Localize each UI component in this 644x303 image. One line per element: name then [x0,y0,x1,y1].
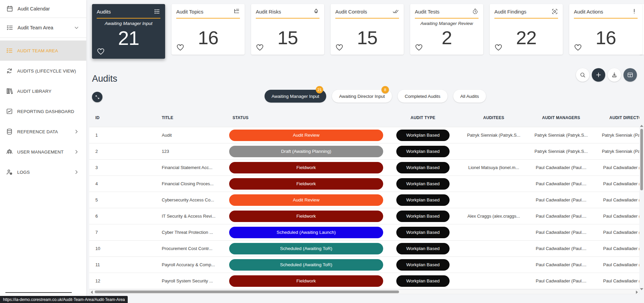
audit-type-badge: Workplan Based [396,162,450,173]
double-check-icon [392,8,399,15]
sidebar-item-audit-calendar[interactable]: Audit Calendar [0,0,86,18]
table-row-7[interactable]: 7 Cyber Threat Protection ... Scheduled … [89,224,639,241]
cell-title: Audit [153,133,229,138]
card-count: 22 [494,28,558,47]
search-button[interactable] [576,68,589,82]
cell-audit-managers: Patryk Sienniak (Patryk.S... [527,133,595,138]
favorite-heart-icon[interactable] [176,43,185,52]
cell-audit-managers: Paul Cadwallader (Paul.... [527,165,595,170]
card-count: 16 [176,28,240,47]
table-row-5[interactable]: 5 Cybersecurity Access Co... Audit Revie… [89,192,639,208]
column-header-status[interactable]: STATUS [229,115,386,120]
card-audit-findings[interactable]: Audit Findings 22 [490,4,563,55]
vertical-scrollbar[interactable] [639,124,644,291]
cell-audit-managers: Paul Cadwallader (Paul.... [527,278,595,283]
card-accent-underline [415,18,479,19]
status-badge: Audit Review [229,130,383,141]
table-row-12[interactable]: 12 Payroll System Security ... Fieldwork… [89,273,639,289]
scroll-down-arrow-icon[interactable] [640,288,643,290]
table-row-4[interactable]: 4 Financial Closing Proces... Fieldwork … [89,176,639,192]
horizontal-scrollbar[interactable] [89,290,639,294]
cell-id: 5 [89,197,153,202]
sidebar-item-audit-library[interactable]: AUDIT LIBRARY [0,81,86,101]
scroll-left-arrow-icon[interactable] [91,291,93,294]
status-badge: Audit Review [229,194,383,206]
add-button[interactable] [592,68,605,82]
chevron-right-icon [73,149,80,155]
table-row-1[interactable]: 1 Audit Audit Review Workplan Based Patr… [89,127,639,143]
column-header-auditees[interactable]: AUDITEES [460,115,527,120]
sidebar-item-reference-data[interactable]: REFERENCE DATA [0,121,86,142]
card-audit-controls[interactable]: Audit Controls 15 [331,4,404,55]
download-button[interactable] [608,68,621,82]
scroll-up-arrow-icon[interactable] [640,125,643,127]
cell-title: Procurement Cost Contr... [153,246,229,251]
card-audits[interactable]: Audits Awaiting Manager Input 21 [92,4,165,59]
column-header-audit-managers[interactable]: AUDIT MANAGERS [527,115,595,120]
favorite-heart-icon[interactable] [574,43,582,52]
page-title: Audits [92,74,117,84]
cell-audit-directors: Paul Cadwallader (Paul.... [595,230,639,235]
sidebar-item-user-management[interactable]: USER MANAGEMENT [0,142,86,162]
status-badge: Scheduled (Awaiting ToR) [229,259,383,271]
cell-audit-managers: Paul Cadwallader (Paul.... [527,246,595,251]
card-audit-tests[interactable]: Audit Tests Awaiting Manager Review 2 [410,4,483,55]
table-row-3[interactable]: 3 Financial Statement Acc... Fieldwork W… [89,160,639,176]
card-audit-topics[interactable]: Audit Topics 16 [172,4,245,55]
table-body: 1 Audit Audit Review Workplan Based Patr… [89,127,639,289]
count-badge: 21 [316,86,323,93]
cell-audit-directors: Patryk Sienniak (Patryk.S... [595,149,639,154]
users-icon [6,148,13,156]
audit-type-badge: Workplan Based [396,227,450,238]
favorite-heart-icon[interactable] [96,47,105,56]
table-row-10[interactable]: 10 Procurement Cost Contr... Scheduled (… [89,241,639,257]
audit-type-badge: Workplan Based [396,146,450,157]
card-audit-actions[interactable]: Audit Actions 16 [569,4,642,55]
card-audit-risks[interactable]: Audit Risks 15 [251,4,324,55]
cell-title: 123 [153,149,229,154]
cell-audit-directors: Paul Cadwallader (Paul.... [595,181,639,186]
sidebar-item-audit-team-area[interactable]: Audit Team Area [0,18,86,37]
cell-auditees: Alex Craggs (alex.craggs... [460,214,527,219]
cell-id: 7 [89,230,153,235]
layout-button[interactable] [623,68,637,82]
sidebar-item-audits-lifecycle-view[interactable]: AUDITS (LIFECYCLE VIEW) [0,61,86,81]
cell-audit-directors: Paul Cadwallader (Paul.... [595,197,639,202]
table-row-6[interactable]: 6 IT Security & Access Revi... Fieldwork… [89,208,639,224]
sidebar-item-reporting-dashboard[interactable]: REPORTING DASHBOARD [0,101,86,121]
column-header-id[interactable]: ID [89,115,153,120]
sidebar: Audit Calendar Audit Team Area AUDIT TEA… [0,0,86,303]
favorite-heart-icon[interactable] [415,43,423,52]
scroll-right-arrow-icon[interactable] [636,291,638,294]
filter-tab-awaiting-director-input[interactable]: Awaiting Director Input 8 [332,90,392,103]
column-header-audit-directors[interactable]: AUDIT DIRECTORS [595,115,639,120]
vertical-scrollbar-thumb[interactable] [640,129,643,190]
card-accent-underline [97,18,160,19]
column-header-title[interactable]: TITLE [153,115,229,120]
card-subtitle [256,21,319,27]
checklist-icon [6,24,13,31]
status-badge: Scheduled (Awaiting ToR) [229,243,383,254]
filter-tab-awaiting-manager-input[interactable]: Awaiting Manager Input 21 [265,90,327,103]
filter-tab-all-audits[interactable]: All Audits [453,90,486,103]
table-row-11[interactable]: 11 Payroll Accuracy & Comp... Scheduled … [89,257,639,273]
filter-tab-completed-audits[interactable]: Completed Audits [398,90,448,103]
cell-id: 3 [89,165,153,170]
card-count: 16 [574,28,638,47]
table-row-2[interactable]: 2 123 Draft (Awaiting Planning) Workplan… [89,143,639,160]
column-header-audit-type[interactable]: AUDIT TYPE [386,115,460,120]
sidebar-item-audit-team-area[interactable]: AUDIT TEAM AREA [0,40,86,61]
audit-type-badge: Workplan Based [396,178,450,190]
favorite-heart-icon[interactable] [255,43,264,52]
favorite-heart-icon[interactable] [494,43,503,52]
horizontal-scrollbar-thumb[interactable] [95,291,399,293]
card-accent-underline [256,18,319,19]
cell-id: 12 [89,278,153,283]
cell-audit-directors: Paul Cadwallader (Paul.... [595,278,639,283]
sidebar-item-logs[interactable]: LOGS [0,162,86,182]
flame-icon [313,8,319,15]
cell-title: IT Security & Access Revi... [153,214,229,219]
favorite-heart-icon[interactable] [335,43,344,52]
status-badge: Draft (Awaiting Planning) [229,146,383,157]
download-icon [611,72,618,78]
